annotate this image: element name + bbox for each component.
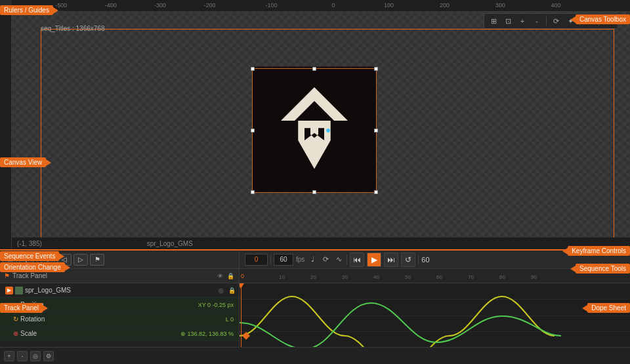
zoom-in-btn[interactable]: + xyxy=(516,15,529,27)
fps-label: fps xyxy=(296,256,304,263)
next-waypoint-btn[interactable]: ▷ xyxy=(74,254,88,266)
track-content: ⚑ Track Panel 👁 🔒 ▶ spr_Logo_GMS ◎ xyxy=(0,269,630,347)
play-btn[interactable]: ▶ xyxy=(367,253,381,267)
add-track-btn[interactable]: + xyxy=(4,351,14,361)
panel-eye-btn[interactable]: 👁 xyxy=(215,272,224,281)
main-container: 159 -500 -400 -300 -200 -100 0 100 200 3… xyxy=(0,0,630,364)
canvas-sprite-name: spr_Logo_GMS xyxy=(147,240,193,247)
panel-icon: ⚑ xyxy=(4,272,10,279)
track-panel-title: Track Panel xyxy=(12,272,47,279)
position-value: XY 0 -0.25 px xyxy=(198,302,234,308)
playhead-head xyxy=(240,283,244,289)
keyframe-option-btn[interactable]: ⚑ xyxy=(90,254,104,266)
scale-value: ⊕ 136.82, 136.83 % xyxy=(180,331,234,337)
canvas-area: 159 -500 -400 -300 -200 -100 0 100 200 3… xyxy=(0,0,630,249)
rotation-icon: ↻ xyxy=(13,315,18,323)
ruler-40: 40 xyxy=(373,274,379,280)
sep3 xyxy=(418,254,419,265)
sep xyxy=(270,254,271,265)
loop-icon[interactable]: ⟳ xyxy=(320,254,331,265)
track-eye-footer-btn[interactable]: ◎ xyxy=(30,351,41,361)
graph-icon[interactable]: ∿ xyxy=(333,254,344,265)
grid-toggle-btn[interactable]: ⊞ xyxy=(487,15,500,27)
track-row-scale[interactable]: ⊕ Scale ⊕ 136.82, 136.83 % xyxy=(0,327,239,341)
zoom-fit-btn[interactable]: ⊡ xyxy=(501,15,514,27)
sep2 xyxy=(346,254,347,265)
frame-input[interactable] xyxy=(245,254,268,266)
curve-svg xyxy=(240,283,630,347)
fast-forward-btn[interactable]: ⏭ xyxy=(384,253,398,267)
canvas-coordinates: (-1, 385) xyxy=(17,240,42,247)
ruler-top: 159 -500 -400 -300 -200 -100 0 100 200 3… xyxy=(12,0,630,12)
bottom-panel: ▭ | ⬧ ◁ ▷ ⚑ fps ♩ ⟳ ∿ ⏮ ▶ xyxy=(0,249,630,364)
curve-area xyxy=(240,283,630,347)
rewind-btn[interactable]: ⏮ xyxy=(350,253,364,267)
annotation-sequence-events: Sequence Events xyxy=(0,251,59,261)
track-lock-btn[interactable]: 🔒 xyxy=(227,286,236,295)
ruler-60: 60 xyxy=(436,274,442,280)
ruler-50: 50 xyxy=(405,274,411,280)
ruler-90: 90 xyxy=(531,274,537,280)
ruler-left xyxy=(0,12,12,249)
canvas-viewport[interactable]: seq_Titles : 1366x768 xyxy=(12,12,630,249)
annotation-canvas-view: Canvas View xyxy=(0,157,46,167)
loop-btn[interactable]: ↺ xyxy=(401,253,415,267)
track-name-scale: Scale xyxy=(20,330,180,337)
annotation-dope-sheet: Dope Sheet xyxy=(587,303,630,313)
track-row-sprite[interactable]: ▶ spr_Logo_GMS ◎ 🔒 xyxy=(0,283,239,298)
track-type-icon: ▶ xyxy=(5,287,13,294)
zoom-out-btn[interactable]: - xyxy=(530,15,543,27)
track-name-sprite: spr_Logo_GMS xyxy=(25,287,217,294)
annotation-track-panel: Track Panel xyxy=(0,303,43,313)
annotation-sequence-tools: Sequence Tools xyxy=(576,264,630,273)
track-row-rotation[interactable]: ↻ Rotation L 0 xyxy=(0,312,239,327)
annotation-keyframe-controls: Keyframe Controls xyxy=(568,246,630,256)
metronome-icon[interactable]: ♩ xyxy=(307,254,318,265)
track-name-rotation: Rotation xyxy=(20,315,226,323)
svg-marker-3 xyxy=(281,87,348,169)
panel-controls: 👁 🔒 xyxy=(215,272,235,281)
toolbar-row: ▭ | ⬧ ◁ ▷ ⚑ fps ♩ ⟳ ∿ ⏮ ▶ xyxy=(0,251,630,269)
ruler-80: 80 xyxy=(499,274,505,280)
rotation-value: L 0 xyxy=(226,316,234,323)
end-frame-display: 60 xyxy=(421,256,429,264)
ruler-30: 30 xyxy=(342,274,348,280)
track-controls-sprite: ◎ 🔒 xyxy=(217,286,236,295)
current-frame-label: 0 xyxy=(241,273,244,279)
ruler-20: 20 xyxy=(310,274,316,280)
dope-sheet: 0 10 20 30 40 50 60 70 80 90 xyxy=(240,269,630,347)
ruler-10: 10 xyxy=(279,274,285,280)
panel-lock-btn[interactable]: 🔒 xyxy=(226,272,235,281)
status-bar: (-1, 385) spr_Logo_GMS xyxy=(12,237,630,249)
track-settings-btn[interactable]: ⚙ xyxy=(43,351,54,361)
scale-icon: ⊕ xyxy=(13,330,18,337)
annotation-rulers: Rulers / Guides xyxy=(0,5,53,15)
seq-label: seq_Titles : 1366x768 xyxy=(41,25,104,32)
track-eye-btn[interactable]: ◎ xyxy=(217,286,226,295)
rotate-view-btn[interactable]: ⟳ xyxy=(549,15,562,27)
sprite-color xyxy=(15,287,23,294)
tool-sep1 xyxy=(546,16,547,26)
godot-logo xyxy=(265,81,364,180)
annotation-change-orientation: Orientation Change xyxy=(0,262,65,272)
delete-track-btn[interactable]: - xyxy=(17,351,28,361)
logo-box xyxy=(252,68,377,193)
playhead[interactable] xyxy=(241,283,242,347)
annotation-canvas-toolbox: Canvas Toolbox xyxy=(576,14,630,24)
track-footer: + - ◎ ⚙ xyxy=(0,347,630,364)
fps-input[interactable] xyxy=(274,254,293,266)
svg-point-6 xyxy=(326,129,330,132)
ruler-70: 70 xyxy=(468,274,474,280)
